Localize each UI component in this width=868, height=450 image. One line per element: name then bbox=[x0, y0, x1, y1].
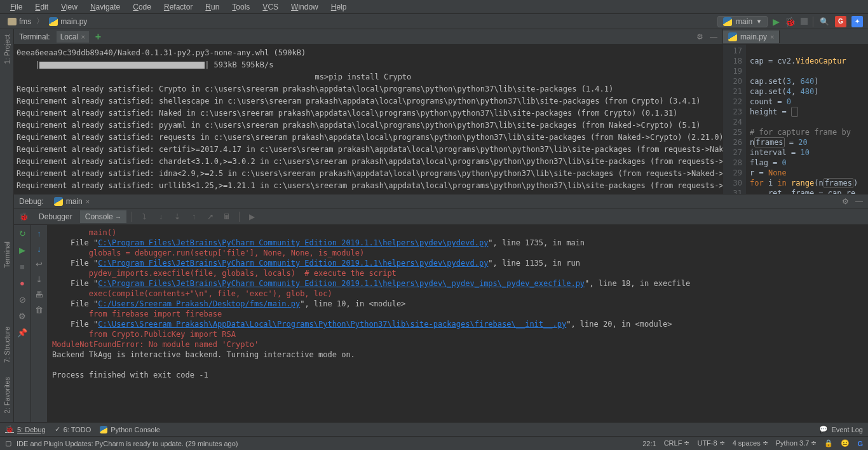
sidebar-tab-structure[interactable]: 7: Structure bbox=[2, 324, 12, 365]
bottom-tab-event-log[interactable]: 💬 Event Log bbox=[819, 425, 863, 433]
code-area[interactable]: cap = cv2.VideoCaptur cap.set(3, 640)cap… bbox=[746, 44, 868, 194]
indent-setting[interactable]: 4 spaces ≑ bbox=[733, 439, 768, 447]
traceback-file-link[interactable]: C:/Users/Sreeram Prakash/Desktop/fms/mai… bbox=[98, 299, 300, 308]
bug-icon: 🐞 bbox=[17, 212, 31, 221]
debug-button[interactable]: 🐞 bbox=[785, 17, 796, 27]
close-icon[interactable]: × bbox=[770, 33, 774, 41]
print-icon[interactable]: 🖶 bbox=[34, 289, 45, 300]
caret-position[interactable]: 22:1 bbox=[642, 440, 656, 447]
file-encoding[interactable]: UTF-8 ≑ bbox=[697, 439, 724, 447]
terminal-tab-local[interactable]: Local × bbox=[57, 31, 89, 43]
python-interpreter[interactable]: Python 3.7 ≑ bbox=[776, 439, 817, 447]
menu-refactor[interactable]: Refactor bbox=[159, 1, 198, 13]
gear-icon[interactable] bbox=[842, 197, 849, 206]
menu-code[interactable]: Code bbox=[128, 1, 156, 13]
console-tab[interactable]: Console → bbox=[80, 210, 126, 223]
terminal-line: Requirement already satisfied: certifi>=… bbox=[17, 144, 720, 156]
clear-icon[interactable]: 🗑 bbox=[34, 304, 45, 315]
toggle-toolwindows-icon[interactable]: ▢ bbox=[5, 439, 11, 447]
stop-button[interactable] bbox=[801, 18, 808, 25]
traceback-line: Process finished with exit code -1 bbox=[52, 370, 863, 380]
bottom-tab-todo[interactable]: ✓ 6: TODO bbox=[55, 425, 92, 433]
force-step-into-icon[interactable]: ⇣ bbox=[170, 210, 184, 224]
resume-program-icon[interactable]: ▶ bbox=[17, 244, 28, 256]
sidebar-tab-project[interactable]: 1: Project bbox=[2, 32, 12, 66]
gear-icon[interactable] bbox=[696, 32, 703, 41]
minimize-icon[interactable] bbox=[855, 197, 863, 206]
sidebar-tab-terminal[interactable]: Terminal bbox=[2, 239, 12, 271]
up-stack-icon[interactable]: ↑ bbox=[34, 228, 45, 239]
terminal-line: Requirement already satisfied: shellesca… bbox=[17, 95, 720, 107]
traceback-file-link[interactable]: C:\Program Files\JetBrains\PyCharm Commu… bbox=[98, 238, 488, 247]
stop-icon[interactable]: ■ bbox=[17, 261, 28, 272]
python-file-icon bbox=[49, 17, 58, 26]
menu-file[interactable]: File bbox=[5, 1, 27, 13]
minimize-icon[interactable] bbox=[710, 32, 717, 41]
traceback-line: File "C:/Users/Sreeram Prakash/Desktop/f… bbox=[52, 299, 863, 309]
google-login-icon[interactable]: G bbox=[835, 16, 846, 27]
terminal-output[interactable]: 0eea6eeaa9c39ddb89a40/Naked-0.1.31-py2.p… bbox=[14, 44, 722, 194]
traceback-line: File "C:\Users\Sreeram Prakash\AppData\L… bbox=[52, 319, 863, 329]
bottom-tab-debug[interactable]: 🐞 5: Debug bbox=[5, 425, 46, 433]
editor-panel: main.py × 171819202122232425262728293031… bbox=[723, 29, 868, 194]
terminal-line: Requirement already satisfied: Naked in … bbox=[17, 107, 720, 119]
bottom-tool-stripe: 🐞 5: Debug ✓ 6: TODO Python Console 💬 Ev… bbox=[0, 422, 868, 436]
debug-title: Debug: bbox=[19, 197, 44, 206]
editor-tab-main[interactable]: main.py × bbox=[723, 31, 780, 43]
scroll-to-end-icon[interactable]: ⤓ bbox=[34, 273, 45, 285]
sidebar-tab-favorites[interactable]: 2: Favorites bbox=[2, 374, 12, 416]
down-stack-icon[interactable]: ↓ bbox=[34, 243, 45, 254]
soft-wrap-icon[interactable]: ↩ bbox=[34, 258, 45, 269]
code-editor[interactable]: 17181920212223242526272829303132 cap = c… bbox=[723, 44, 868, 194]
menu-edit[interactable]: Edit bbox=[30, 1, 53, 13]
google-icon[interactable]: G bbox=[857, 440, 863, 447]
step-out-icon[interactable]: ↑ bbox=[187, 210, 201, 224]
breadcrumb-folder[interactable]: fms bbox=[5, 17, 34, 27]
navigation-bar: fms 〉 main.py main ▼ ▶ 🐞 G ✦ bbox=[0, 14, 868, 29]
run-to-cursor-icon[interactable]: ↗ bbox=[203, 210, 217, 224]
bottom-tab-python-console[interactable]: Python Console bbox=[100, 426, 160, 433]
menu-view[interactable]: View bbox=[56, 1, 83, 13]
step-over-icon[interactable]: ⤵ bbox=[137, 210, 151, 224]
rerun-icon[interactable]: ↻ bbox=[17, 228, 28, 239]
close-icon[interactable]: × bbox=[81, 33, 85, 41]
settings-icon[interactable] bbox=[17, 310, 28, 322]
view-breakpoints-icon[interactable]: ● bbox=[17, 277, 28, 289]
traceback-file-link[interactable]: C:\Users\Sreeram Prakash\AppData\Local\P… bbox=[98, 320, 566, 329]
line-number-gutter: 17181920212223242526272829303132 bbox=[723, 44, 746, 194]
menu-navigate[interactable]: Navigate bbox=[85, 1, 125, 13]
debug-console-output[interactable]: main() File "C:\Program Files\JetBrains\… bbox=[47, 225, 868, 422]
pin-tab-icon[interactable]: 📌 bbox=[17, 327, 28, 338]
breadcrumb-file[interactable]: main.py bbox=[46, 17, 90, 27]
line-separator[interactable]: CRLF ≑ bbox=[664, 439, 690, 447]
menu-tools[interactable]: Tools bbox=[227, 1, 255, 13]
chevron-down-icon: ▼ bbox=[756, 18, 762, 25]
settings-icon[interactable]: ✦ bbox=[851, 16, 863, 27]
resume-icon[interactable]: ▶ bbox=[245, 210, 259, 224]
chevron-right-icon: 〉 bbox=[36, 16, 44, 27]
step-into-icon[interactable]: ↓ bbox=[154, 210, 168, 224]
traceback-line: globals = debugger.run(setup['file'], No… bbox=[52, 248, 863, 258]
python-file-icon bbox=[728, 32, 737, 41]
close-icon[interactable]: × bbox=[86, 198, 90, 205]
debug-run-toolbar: ↻ ▶ ■ ● ⊘ 📌 bbox=[14, 225, 31, 422]
search-icon[interactable] bbox=[818, 16, 830, 27]
debug-config-tab[interactable]: main × bbox=[50, 196, 93, 207]
menu-vcs[interactable]: VCS bbox=[257, 1, 283, 13]
menu-window[interactable]: Window bbox=[286, 1, 323, 13]
run-button[interactable]: ▶ bbox=[773, 17, 780, 27]
debugger-tab[interactable]: Debugger bbox=[34, 210, 78, 223]
readonly-lock-icon[interactable] bbox=[824, 439, 833, 447]
traceback-line: ModuleNotFoundError: No module named 'Cr… bbox=[52, 339, 863, 350]
traceback-file-link[interactable]: C:\Program Files\JetBrains\PyCharm Commu… bbox=[98, 259, 488, 268]
run-config-dropdown[interactable]: main ▼ bbox=[717, 16, 768, 27]
inspections-icon[interactable]: 😐 bbox=[841, 439, 850, 447]
python-file-icon bbox=[723, 17, 732, 26]
menu-help[interactable]: Help bbox=[326, 1, 352, 13]
traceback-line: from Crypto.PublicKey import RSA bbox=[52, 329, 863, 339]
traceback-file-link[interactable]: C:\Program Files\JetBrains\PyCharm Commu… bbox=[98, 279, 585, 288]
mute-breakpoints-icon[interactable]: ⊘ bbox=[17, 294, 28, 305]
new-terminal-button[interactable]: + bbox=[95, 31, 101, 43]
evaluate-expression-icon[interactable]: 🖩 bbox=[220, 210, 234, 224]
menu-run[interactable]: Run bbox=[200, 1, 224, 13]
